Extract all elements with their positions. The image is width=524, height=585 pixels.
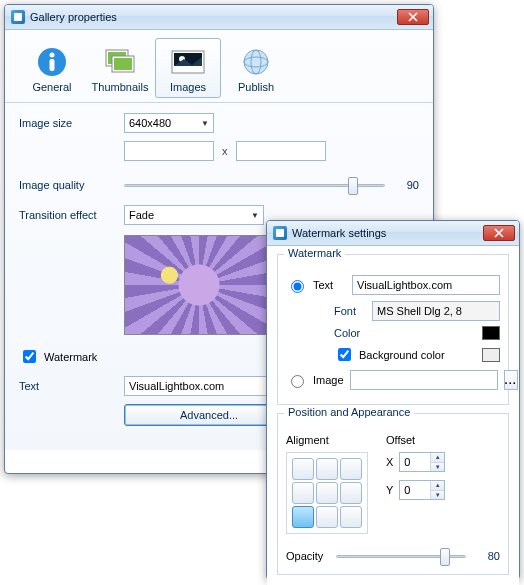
opacity-label: Opacity xyxy=(286,550,336,562)
watermark-image-path[interactable] xyxy=(350,370,498,390)
app-icon xyxy=(273,226,287,240)
align-top-right[interactable] xyxy=(340,458,362,480)
watermark-label: Watermark xyxy=(44,351,97,363)
tab-publish[interactable]: Publish xyxy=(223,38,289,98)
watermark-group-label: Watermark xyxy=(284,247,345,259)
svg-rect-6 xyxy=(114,58,132,70)
offset-y-spin[interactable]: ▲▼ xyxy=(399,480,445,500)
close-icon xyxy=(408,12,418,22)
window-title: Watermark settings xyxy=(292,227,483,239)
position-appearance-label: Position and Appearance xyxy=(284,406,414,418)
image-height-input[interactable] xyxy=(236,141,326,161)
align-middle-center[interactable] xyxy=(316,482,338,504)
align-middle-right[interactable] xyxy=(340,482,362,504)
transition-effect-label: Transition effect xyxy=(19,209,124,221)
tab-general[interactable]: General xyxy=(19,38,85,98)
opacity-value: 80 xyxy=(476,550,500,562)
align-bottom-center[interactable] xyxy=(316,506,338,528)
svg-point-1 xyxy=(50,53,55,58)
titlebar[interactable]: Watermark settings xyxy=(267,221,519,246)
info-icon xyxy=(34,46,70,78)
watermark-text-radio[interactable] xyxy=(291,280,304,293)
chevron-down-icon: ▼ xyxy=(201,119,209,128)
tab-images[interactable]: Images xyxy=(155,38,221,98)
bgcolor-label: Background color xyxy=(359,349,445,361)
watermark-image-radio[interactable] xyxy=(291,375,304,388)
color-swatch[interactable] xyxy=(482,326,500,340)
watermark-group: Watermark Text Font MS Shell Dlg 2, 8 Co… xyxy=(277,254,509,405)
images-icon xyxy=(170,46,206,78)
color-label: Color xyxy=(334,327,366,339)
align-middle-left[interactable] xyxy=(292,482,314,504)
tab-label: Thumbnails xyxy=(92,81,149,93)
watermark-text-field[interactable] xyxy=(352,275,500,295)
window-title: Gallery properties xyxy=(30,11,397,23)
image-size-value: 640x480 xyxy=(129,117,171,129)
alignment-label: Aligment xyxy=(286,434,386,446)
browse-button[interactable]: ... xyxy=(504,370,518,390)
image-quality-slider[interactable] xyxy=(124,175,385,195)
offset-x-label: X xyxy=(386,456,393,468)
image-size-combo[interactable]: 640x480 ▼ xyxy=(124,113,214,133)
spin-down-icon[interactable]: ▼ xyxy=(431,463,444,472)
titlebar[interactable]: Gallery properties xyxy=(5,5,433,30)
watermark-text-option-label: Text xyxy=(313,279,346,291)
spin-up-icon[interactable]: ▲ xyxy=(431,453,444,463)
offset-x-spin[interactable]: ▲▼ xyxy=(399,452,445,472)
bgcolor-checkbox[interactable]: Background color xyxy=(334,345,445,364)
watermark-settings-window: Watermark settings Watermark Text Font M… xyxy=(266,220,520,580)
watermark-check-input[interactable] xyxy=(23,350,36,363)
app-icon xyxy=(11,10,25,24)
close-button[interactable] xyxy=(397,9,429,25)
alignment-grid xyxy=(286,452,368,534)
bgcolor-swatch[interactable] xyxy=(482,348,500,362)
offset-x-input[interactable] xyxy=(400,453,430,471)
tab-label: General xyxy=(32,81,71,93)
align-bottom-left[interactable] xyxy=(292,506,314,528)
chevron-down-icon: ▼ xyxy=(251,211,259,220)
transition-effect-value: Fade xyxy=(129,209,154,221)
image-quality-label: Image quality xyxy=(19,179,124,191)
image-size-label: Image size xyxy=(19,117,124,129)
transition-effect-combo[interactable]: Fade ▼ xyxy=(124,205,264,225)
tab-strip: General Thumbnails Images Publish xyxy=(19,36,419,98)
dim-separator: x xyxy=(222,145,228,157)
offset-y-input[interactable] xyxy=(400,481,430,499)
position-appearance-group: Position and Appearance Aligment Offset xyxy=(277,413,509,575)
image-width-input[interactable] xyxy=(124,141,214,161)
tab-label: Images xyxy=(170,81,206,93)
svg-rect-2 xyxy=(50,59,55,71)
offset-label: Offset xyxy=(386,434,415,446)
slider-thumb[interactable] xyxy=(440,548,450,566)
text-label: Text xyxy=(19,380,124,392)
close-button[interactable] xyxy=(483,225,515,241)
tab-label: Publish xyxy=(238,81,274,93)
publish-icon xyxy=(238,46,274,78)
svg-point-10 xyxy=(244,50,268,74)
align-top-center[interactable] xyxy=(316,458,338,480)
close-icon xyxy=(494,228,504,238)
opacity-slider[interactable] xyxy=(336,546,466,566)
bgcolor-check-input[interactable] xyxy=(338,348,351,361)
thumbnails-icon xyxy=(102,46,138,78)
align-top-left[interactable] xyxy=(292,458,314,480)
align-bottom-right[interactable] xyxy=(340,506,362,528)
watermark-image-option-label: Image xyxy=(313,374,344,386)
transition-preview-image xyxy=(124,235,274,335)
slider-thumb[interactable] xyxy=(348,177,358,195)
offset-y-label: Y xyxy=(386,484,393,496)
image-quality-value: 90 xyxy=(395,179,419,191)
tab-thumbnails[interactable]: Thumbnails xyxy=(87,38,153,98)
watermark-checkbox[interactable]: Watermark xyxy=(19,347,97,366)
divider xyxy=(5,102,433,103)
font-field[interactable]: MS Shell Dlg 2, 8 xyxy=(372,301,500,321)
spin-up-icon[interactable]: ▲ xyxy=(431,481,444,491)
font-label: Font xyxy=(334,305,366,317)
spin-down-icon[interactable]: ▼ xyxy=(431,491,444,500)
